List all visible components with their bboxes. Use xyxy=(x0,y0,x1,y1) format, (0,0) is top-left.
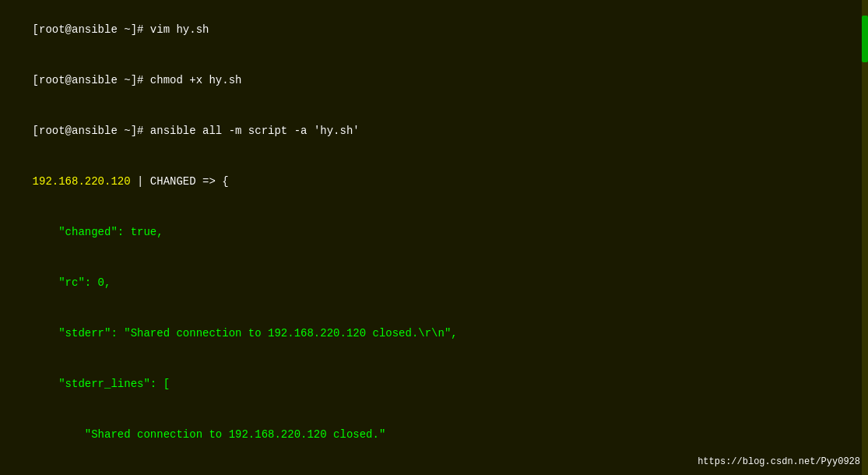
line-1: [root@ansible ~]# vim hy.sh xyxy=(6,5,862,55)
scrollbar[interactable] xyxy=(862,0,868,475)
line-4: 192.168.220.120 | CHANGED => { xyxy=(6,157,862,207)
cmd-3: ansible all -m script -a 'hy.sh' xyxy=(150,125,360,137)
json-key: "rc": 0, xyxy=(33,276,111,289)
prompt-2: [root@ansible ~]# xyxy=(33,74,150,86)
json-1-1: "changed": true, xyxy=(6,207,862,258)
ip-1: 192.168.220.120 xyxy=(33,175,131,188)
json-key: "Shared connection to 192.168.220.120 cl… xyxy=(33,428,386,441)
line-2: [root@ansible ~]# chmod +x hy.sh xyxy=(6,55,862,106)
json-1-5: "Shared connection to 192.168.220.120 cl… xyxy=(6,410,862,461)
json-key: "stderr": "Shared connection to 192.168.… xyxy=(33,327,458,340)
terminal: [root@ansible ~]# vim hy.sh [root@ansibl… xyxy=(0,0,868,475)
line-3: [root@ansible ~]# ansible all -m script … xyxy=(6,106,862,157)
sep-1: | xyxy=(131,175,150,188)
prompt-1: [root@ansible ~]# xyxy=(33,23,150,36)
json-1-2: "rc": 0, xyxy=(6,258,862,308)
json-1-3: "stderr": "Shared connection to 192.168.… xyxy=(6,308,862,359)
cmd-1: vim hy.sh xyxy=(150,23,209,36)
changed-1: CHANGED xyxy=(150,175,196,188)
prompt-3: [root@ansible ~]# xyxy=(33,125,150,137)
scrollbar-thumb[interactable] xyxy=(862,16,868,62)
json-key: "stderr_lines": [ xyxy=(33,378,170,390)
watermark: https://blog.csdn.net/Pyy0928 xyxy=(698,456,860,467)
arrow-1: => { xyxy=(196,175,229,188)
json-key: "changed": true, xyxy=(33,226,163,238)
json-1-4: "stderr_lines": [ xyxy=(6,359,862,410)
cmd-2: chmod +x hy.sh xyxy=(150,74,242,86)
